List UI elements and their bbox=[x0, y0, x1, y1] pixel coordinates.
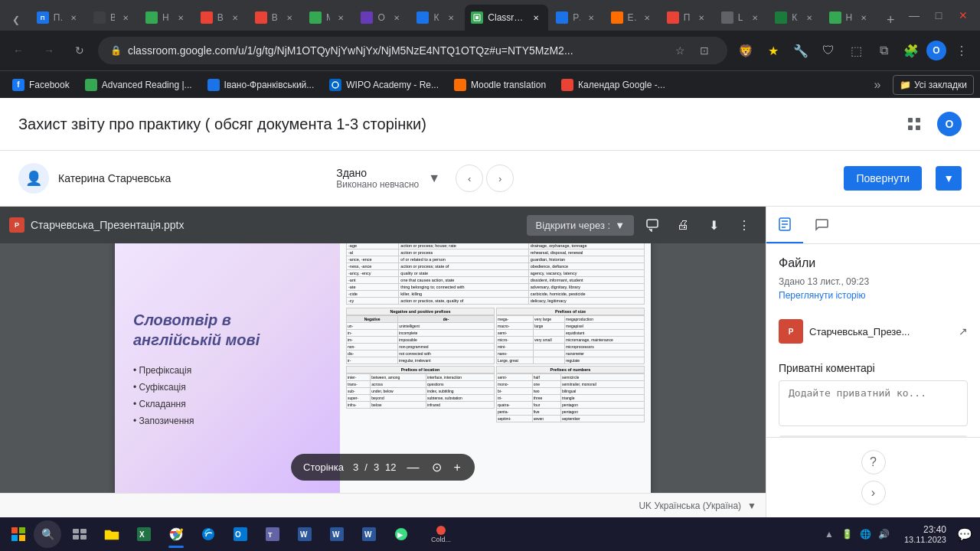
expand-panel-button[interactable]: › bbox=[861, 481, 886, 505]
tab-14[interactable]: Кс ✕ bbox=[769, 5, 821, 31]
taskbar-app-chrome[interactable] bbox=[161, 519, 191, 549]
bookmark-facebook[interactable]: f Facebook bbox=[6, 75, 76, 95]
panel-tab-comments[interactable] bbox=[803, 207, 840, 243]
tab-4[interactable]: Вх ✕ bbox=[194, 5, 247, 31]
new-tab-button[interactable]: + bbox=[880, 9, 900, 31]
tab-close-3[interactable]: ✕ bbox=[175, 11, 187, 24]
bookmark-ivano[interactable]: Івано-Франківський... bbox=[201, 75, 321, 95]
tray-network-icon[interactable]: 🌐 bbox=[858, 527, 874, 542]
profile-avatar[interactable]: О bbox=[926, 41, 946, 60]
tab-5[interactable]: Вх ✕ bbox=[249, 5, 302, 31]
extension-button-3[interactable]: 🛡 bbox=[816, 38, 841, 63]
return-button[interactable]: Повернути bbox=[844, 166, 922, 191]
notification-button[interactable]: 💬 bbox=[952, 522, 977, 546]
tab-9-active[interactable]: Classroom ✕ bbox=[465, 5, 548, 31]
tab-close-1[interactable]: ✕ bbox=[67, 11, 80, 24]
split-view-button[interactable]: ⧉ bbox=[871, 38, 896, 63]
brave-shield-button[interactable]: 🦁 bbox=[733, 38, 758, 63]
apps-grid-button[interactable] bbox=[900, 110, 928, 138]
extension-button-2[interactable]: 🔧 bbox=[789, 38, 813, 63]
taskbar-app-edge[interactable] bbox=[193, 519, 224, 549]
language-dropdown-icon[interactable]: ▼ bbox=[747, 500, 756, 511]
tray-battery-icon[interactable]: 🔋 bbox=[840, 527, 855, 542]
tab-2[interactable]: Bl ✕ bbox=[87, 5, 138, 31]
status-dropdown-button[interactable]: ▼ bbox=[425, 169, 443, 187]
bookmark-advanced-reading[interactable]: Advanced Reading |... bbox=[79, 75, 198, 95]
tab-7[interactable]: Оn ✕ bbox=[354, 5, 409, 31]
minimize-button[interactable]: — bbox=[903, 5, 925, 26]
bookmark-moodle[interactable]: Moodle translation bbox=[448, 75, 552, 95]
tab-10[interactable]: Ро ✕ bbox=[550, 5, 603, 31]
all-bookmarks-button[interactable]: 📁 Усі закладки bbox=[893, 75, 974, 95]
tab-close-13[interactable]: ✕ bbox=[749, 11, 761, 24]
file-external-link-button[interactable]: ↗ bbox=[959, 325, 968, 337]
tab-13[interactable]: La ✕ bbox=[715, 5, 768, 31]
tab-8[interactable]: Ке ✕ bbox=[410, 5, 463, 31]
taskbar-app-word-2[interactable]: W bbox=[322, 519, 352, 549]
taskbar-app-cold-turkey[interactable]: Cold... bbox=[418, 519, 464, 549]
next-submission-button[interactable]: › bbox=[486, 165, 514, 192]
tab-close-9[interactable]: ✕ bbox=[530, 11, 542, 24]
forward-button[interactable]: → bbox=[37, 38, 61, 63]
zoom-out-button[interactable]: — bbox=[406, 459, 421, 476]
taskbar-app-android[interactable]: ▶ bbox=[386, 519, 416, 549]
taskbar-app-word-3[interactable]: W bbox=[354, 519, 384, 549]
taskbar-clock[interactable]: 23:40 13.11.2023 bbox=[898, 524, 952, 544]
tab-close-2[interactable]: ✕ bbox=[119, 11, 132, 24]
tab-close-8[interactable]: ✕ bbox=[445, 11, 457, 24]
panel-tab-files[interactable] bbox=[766, 207, 803, 243]
doc-download-button[interactable]: ⬇ bbox=[701, 213, 726, 237]
help-button[interactable]: ? bbox=[861, 450, 886, 474]
view-history-link[interactable]: Переглянути історію bbox=[779, 290, 968, 301]
taskbar-search-button[interactable]: 🔍 bbox=[34, 520, 61, 548]
taskbar-app-explorer[interactable] bbox=[96, 519, 127, 549]
header-user-avatar[interactable]: О bbox=[937, 112, 962, 136]
tab-11[interactable]: ЕА ✕ bbox=[605, 5, 659, 31]
tab-close-6[interactable]: ✕ bbox=[335, 11, 347, 24]
taskbar-app-excel[interactable]: X bbox=[129, 519, 159, 549]
tray-up-arrow-icon[interactable]: ▲ bbox=[822, 527, 837, 542]
taskbar-app-word-1[interactable]: W bbox=[289, 519, 320, 549]
taskbar-app-outlook[interactable]: O bbox=[225, 519, 256, 549]
extension-button-4[interactable]: ⬚ bbox=[844, 38, 868, 63]
open-via-button[interactable]: Відкрити через : ▼ bbox=[527, 215, 634, 236]
taskbar-app-teams[interactable]: T bbox=[257, 519, 288, 549]
tab-scroll-back[interactable]: ❮ bbox=[6, 9, 26, 31]
bookmark-calendar[interactable]: Календар Google -... bbox=[555, 75, 671, 95]
bookmark-star-button[interactable]: ☆ bbox=[669, 40, 691, 61]
reload-button[interactable]: ↻ bbox=[67, 38, 92, 63]
tab-3[interactable]: Нс ✕ bbox=[139, 5, 193, 31]
taskbar-app-task-view[interactable] bbox=[64, 519, 95, 549]
tab-1[interactable]: П ПС ✕ bbox=[31, 5, 86, 31]
private-comment-input[interactable] bbox=[779, 380, 968, 426]
bookmarks-more-button[interactable]: » bbox=[868, 76, 887, 94]
menu-button[interactable]: ⋮ bbox=[949, 38, 974, 63]
return-dropdown-button[interactable]: ▼ bbox=[936, 166, 962, 191]
doc-more-button[interactable]: ⋮ bbox=[732, 213, 756, 237]
zoom-in-button[interactable]: + bbox=[452, 459, 462, 476]
tab-close-14[interactable]: ✕ bbox=[803, 11, 815, 24]
tab-close-5[interactable]: ✕ bbox=[283, 11, 296, 24]
maximize-button[interactable]: □ bbox=[928, 5, 949, 26]
doc-print-button[interactable]: 🖨 bbox=[671, 213, 695, 237]
prev-submission-button[interactable]: ‹ bbox=[456, 165, 483, 192]
fit-zoom-button[interactable]: ⊙ bbox=[430, 458, 443, 476]
url-bar[interactable]: 🔒 classroom.google.com/u/1/g/tg/NjM1OTQy… bbox=[98, 37, 727, 64]
tab-close-15[interactable]: ✕ bbox=[858, 11, 870, 24]
performance-button[interactable]: ⊡ bbox=[694, 40, 715, 61]
bookmark-wipo[interactable]: WIPO Academy - Re... bbox=[323, 75, 445, 95]
tab-close-12[interactable]: ✕ bbox=[695, 11, 707, 24]
extensions-button[interactable]: 🧩 bbox=[899, 38, 923, 63]
tab-close-7[interactable]: ✕ bbox=[390, 11, 403, 24]
tab-close-11[interactable]: ✕ bbox=[641, 11, 653, 24]
tab-close-4[interactable]: ✕ bbox=[229, 11, 241, 24]
tab-6[interactable]: М ✕ bbox=[303, 5, 354, 31]
doc-comment-button[interactable] bbox=[640, 213, 665, 237]
tray-volume-icon[interactable]: 🔊 bbox=[877, 527, 892, 542]
back-button[interactable]: ← bbox=[6, 38, 31, 63]
close-button[interactable]: ✕ bbox=[952, 5, 974, 26]
tab-close-10[interactable]: ✕ bbox=[585, 11, 597, 24]
extension-button-1[interactable]: ★ bbox=[761, 38, 786, 63]
tab-12[interactable]: Пк ✕ bbox=[661, 5, 714, 31]
tab-15[interactable]: Нс ✕ bbox=[823, 5, 877, 31]
